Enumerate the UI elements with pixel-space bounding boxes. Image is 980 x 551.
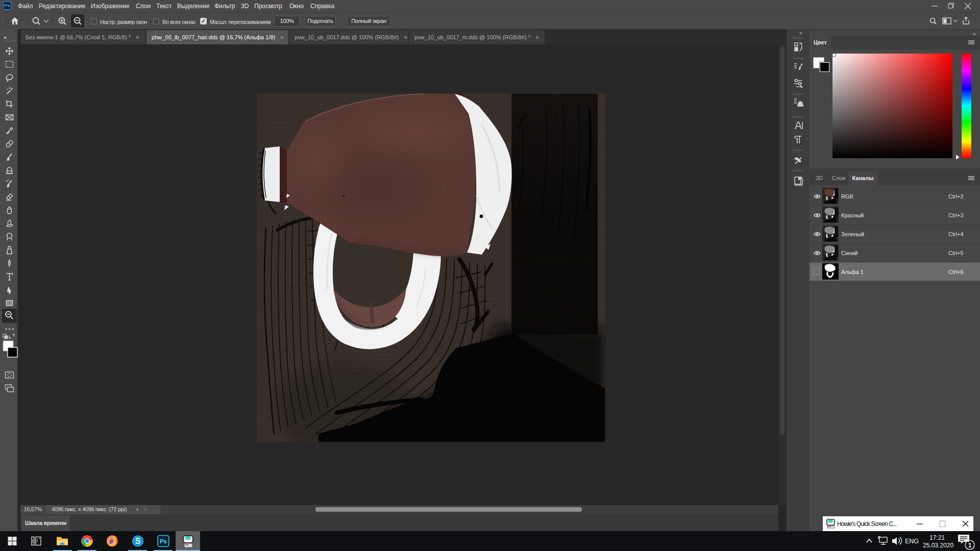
- svg-text:Зеленый: Зеленый: [841, 231, 864, 237]
- svg-text:Ps: Ps: [160, 538, 166, 544]
- svg-text:25.03.2020: 25.03.2020: [923, 542, 953, 549]
- svg-text:Альфа 1: Альфа 1: [841, 269, 864, 275]
- svg-text:RGB: RGB: [841, 193, 853, 199]
- svg-text:Ctrl+2: Ctrl+2: [948, 193, 964, 199]
- svg-text:S: S: [135, 537, 141, 545]
- svg-text:Ctrl+3: Ctrl+3: [948, 212, 964, 218]
- svg-text:Синий: Синий: [841, 250, 857, 256]
- svg-text:ENG: ENG: [905, 538, 919, 545]
- svg-text:Ctrl+6: Ctrl+6: [948, 269, 964, 275]
- svg-text:17:21: 17:21: [929, 534, 945, 541]
- svg-text:Ctrl+5: Ctrl+5: [948, 250, 964, 256]
- svg-text:Красный: Красный: [841, 212, 864, 218]
- svg-text:1: 1: [968, 542, 972, 549]
- svg-text:Ctrl+4: Ctrl+4: [948, 231, 964, 237]
